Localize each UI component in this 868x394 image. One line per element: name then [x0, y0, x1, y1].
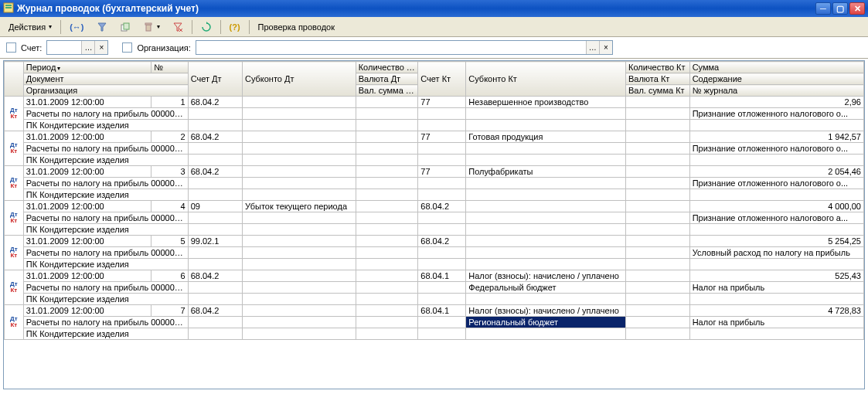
cell-subconto-dt-b[interactable] [242, 178, 356, 189]
cell-subconto-dt[interactable] [242, 236, 356, 247]
cell-acct-dt[interactable]: 99.02.1 [188, 236, 242, 247]
cell-acct-dt-b[interactable] [188, 178, 242, 189]
cell-acct-kt[interactable]: 77 [418, 166, 466, 178]
cell-subconto-dt[interactable] [242, 270, 356, 282]
cell-cursum-dt[interactable] [356, 155, 418, 166]
cell-document[interactable]: Расчеты по налогу на прибыль 000000... [23, 212, 188, 224]
cell-acct-dt-b[interactable] [188, 247, 242, 259]
cell-qty-dt[interactable] [356, 270, 418, 282]
cell-acct-dt-b[interactable] [188, 282, 242, 294]
cell-content[interactable]: Признание отложенного налогового о... [689, 178, 863, 189]
cell-org[interactable]: ПК Кондитерские изделия [23, 155, 188, 166]
cell-cursum-dt[interactable] [356, 294, 418, 305]
close-button[interactable]: ✕ [849, 2, 865, 15]
cell-currency-dt[interactable] [356, 178, 418, 189]
cell-subconto-kt-2[interactable] [466, 247, 626, 259]
cell-qty-dt[interactable] [356, 97, 418, 108]
cell-acct-kt-b[interactable] [418, 212, 466, 224]
clear-icon[interactable]: × [94, 41, 107, 54]
cell-qty-kt[interactable] [625, 236, 689, 247]
header-document[interactable]: Документ [23, 73, 188, 85]
maximize-button[interactable]: ▢ [832, 2, 848, 15]
cell-subconto-dt-c[interactable] [242, 155, 356, 166]
header-qty-kt[interactable]: Количество Кт [625, 62, 689, 73]
cell-subconto-kt[interactable]: Налог (взносы): начислено / уплачено [466, 270, 626, 282]
cell-period[interactable]: 31.01.2009 12:00:00 [23, 201, 151, 212]
cell-period[interactable]: 31.01.2009 12:00:00 [23, 236, 151, 247]
cell-subconto-kt[interactable]: Налог (взносы): начислено / уплачено [466, 305, 626, 317]
cell-subconto-kt-3[interactable] [466, 120, 626, 131]
cell-currency-dt[interactable] [356, 143, 418, 155]
cell-acct-kt-b[interactable] [418, 247, 466, 259]
cell-acct-dt-c[interactable] [188, 120, 242, 131]
header-number[interactable]: № [151, 62, 189, 73]
cell-currency-kt[interactable] [625, 317, 689, 328]
cell-acct-kt-b[interactable] [418, 282, 466, 294]
cell-cursum-dt[interactable] [356, 328, 418, 340]
cell-document[interactable]: Расчеты по налогу на прибыль 000000... [23, 108, 188, 120]
cell-acct-kt-b[interactable] [418, 108, 466, 120]
cell-subconto-dt-c[interactable] [242, 328, 356, 340]
cell-cursum-kt[interactable] [625, 189, 689, 201]
help-icon[interactable]: (?) [224, 20, 246, 34]
cell-subconto-kt[interactable] [466, 236, 626, 247]
cell-number[interactable]: 2 [151, 131, 189, 143]
cell-subconto-dt-b[interactable] [242, 108, 356, 120]
cell-subconto-dt[interactable] [242, 305, 356, 317]
cell-acct-kt-c[interactable] [418, 328, 466, 340]
cell-cursum-dt[interactable] [356, 224, 418, 236]
header-currency-dt[interactable]: Валюта Дт [356, 73, 418, 85]
ellipsis-icon[interactable]: … [81, 41, 94, 54]
cell-currency-dt[interactable] [356, 247, 418, 259]
header-subconto-kt[interactable]: Субконто Кт [466, 62, 626, 97]
header-cursum-kt[interactable]: Вал. сумма Кт [625, 85, 689, 97]
cell-journal[interactable] [689, 189, 863, 201]
check-entries-button[interactable]: Проверка проводок [253, 20, 340, 34]
cell-qty-dt[interactable] [356, 166, 418, 178]
cell-acct-dt[interactable]: 09 [188, 201, 242, 212]
cell-subconto-kt-3[interactable] [466, 155, 626, 166]
header-org[interactable]: Организация [23, 85, 188, 97]
cell-subconto-kt-2[interactable] [466, 178, 626, 189]
row-marker[interactable]: ДтКт [5, 201, 24, 236]
cell-cursum-kt[interactable] [625, 294, 689, 305]
cell-subconto-dt-c[interactable] [242, 294, 356, 305]
cell-subconto-dt-c[interactable] [242, 259, 356, 270]
cell-subconto-kt-3[interactable] [466, 328, 626, 340]
header-sum[interactable]: Сумма [689, 62, 863, 73]
cell-period[interactable]: 31.01.2009 12:00:00 [23, 97, 151, 108]
cell-acct-dt[interactable]: 68.04.2 [188, 305, 242, 317]
cell-document[interactable]: Расчеты по налогу на прибыль 000000... [23, 282, 188, 294]
cell-acct-kt-b[interactable] [418, 143, 466, 155]
cell-sum[interactable]: 1 942,57 [689, 131, 863, 143]
cell-subconto-dt[interactable] [242, 166, 356, 178]
cell-cursum-dt[interactable] [356, 189, 418, 201]
row-marker[interactable]: ДтКт [5, 166, 24, 201]
cell-journal[interactable] [689, 224, 863, 236]
cell-content[interactable]: Условный расход по налогу на прибыль [689, 247, 863, 259]
cell-cursum-kt[interactable] [625, 120, 689, 131]
cell-org[interactable]: ПК Кондитерские изделия [23, 189, 188, 201]
cell-journal[interactable] [689, 328, 863, 340]
copy-icon[interactable] [114, 19, 136, 35]
row-marker[interactable]: ДтКт [5, 305, 24, 340]
cell-subconto-dt-b[interactable] [242, 212, 356, 224]
cell-number[interactable]: 4 [151, 201, 189, 212]
cell-cursum-dt[interactable] [356, 120, 418, 131]
cell-currency-kt[interactable] [625, 282, 689, 294]
cell-qty-kt[interactable] [625, 131, 689, 143]
cell-subconto-dt-b[interactable] [242, 247, 356, 259]
cell-acct-dt[interactable]: 68.04.2 [188, 270, 242, 282]
cell-qty-dt[interactable] [356, 236, 418, 247]
cell-subconto-dt[interactable]: Убыток текущего периода [242, 201, 356, 212]
cell-subconto-kt-3[interactable] [466, 189, 626, 201]
cell-document[interactable]: Расчеты по налогу на прибыль 000000... [23, 178, 188, 189]
header-acct-dt[interactable]: Счет Дт [188, 62, 242, 97]
cell-acct-kt-c[interactable] [418, 259, 466, 270]
cell-subconto-kt-2[interactable]: Федеральный бюджет [466, 282, 626, 294]
refresh-icon[interactable] [196, 19, 217, 35]
cell-acct-kt-b[interactable] [418, 317, 466, 328]
header-currency-kt[interactable]: Валюта Кт [625, 73, 689, 85]
cell-acct-dt[interactable]: 68.04.2 [188, 166, 242, 178]
cell-acct-dt[interactable]: 68.04.2 [188, 131, 242, 143]
